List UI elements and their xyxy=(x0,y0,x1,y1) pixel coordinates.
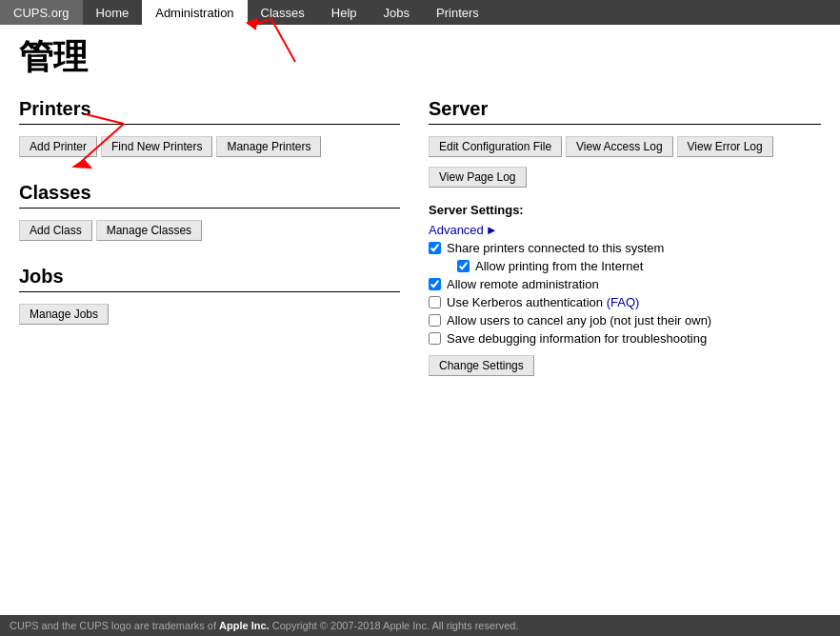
nav-item-printers[interactable]: Printers xyxy=(423,0,492,25)
nav-item-cups.org[interactable]: CUPS.org xyxy=(0,0,83,25)
setting-row: Allow printing from the Internet xyxy=(429,259,821,273)
setting-row: Allow remote administration xyxy=(429,277,821,291)
setting-row: Save debugging information for troublesh… xyxy=(429,331,821,346)
printers-buttons: Add PrinterFind New PrintersManage Print… xyxy=(19,136,400,163)
setting-label: Allow users to cancel any job (not just … xyxy=(447,313,711,328)
save-debug-info-checkbox[interactable] xyxy=(429,332,441,345)
jobs-buttons: Manage Jobs xyxy=(19,304,400,330)
view-access-log-button[interactable]: View Access Log xyxy=(566,136,673,157)
allow-printing-internet-checkbox[interactable] xyxy=(457,260,470,272)
setting-label: Allow printing from the Internet xyxy=(475,259,643,273)
allow-remote-admin-checkbox[interactable] xyxy=(429,278,441,290)
manage-classes-button[interactable]: Manage Classes xyxy=(96,220,202,241)
share-printers-checkbox[interactable] xyxy=(429,242,441,254)
page-title: 管理 xyxy=(0,25,840,90)
footer-copyright: Copyright © 2007-2018 Apple Inc. All rig… xyxy=(270,620,519,631)
classes-buttons: Add ClassManage Classes xyxy=(19,220,400,247)
advanced-link[interactable]: Advanced xyxy=(429,223,484,237)
advanced-triangle-icon: ► xyxy=(486,223,498,237)
change-settings-button[interactable]: Change Settings xyxy=(429,355,534,376)
settings-list: Share printers connected to this systemA… xyxy=(429,241,821,346)
add-class-button[interactable]: Add Class xyxy=(19,220,92,241)
setting-label: Save debugging information for troublesh… xyxy=(447,331,707,346)
footer-text: CUPS and the CUPS logo are trademarks of xyxy=(10,620,219,631)
server-settings-heading: Server Settings: xyxy=(429,203,821,217)
add-printer-button[interactable]: Add Printer xyxy=(19,136,97,157)
left-column: Printers Add PrinterFind New PrintersMan… xyxy=(19,90,419,382)
classes-heading: Classes xyxy=(19,182,400,209)
footer-brand: Apple Inc. xyxy=(219,620,270,631)
faq-link[interactable]: (FAQ) xyxy=(607,295,640,309)
setting-label: Use Kerberos authentication (FAQ) xyxy=(447,295,639,309)
edit-config-button[interactable]: Edit Configuration File xyxy=(429,136,562,157)
server-buttons: Edit Configuration FileView Access LogVi… xyxy=(429,136,821,193)
advanced-row: Advanced ► xyxy=(429,223,821,237)
nav-item-administration[interactable]: Administration xyxy=(142,0,247,25)
server-heading: Server xyxy=(429,98,821,125)
setting-row: Share printers connected to this system xyxy=(429,241,821,255)
view-error-log-button[interactable]: View Error Log xyxy=(677,136,773,157)
use-kerberos-checkbox[interactable] xyxy=(429,296,441,308)
setting-row: Allow users to cancel any job (not just … xyxy=(429,313,821,328)
right-column: Server Edit Configuration FileView Acces… xyxy=(419,90,821,382)
nav-item-help[interactable]: Help xyxy=(318,0,370,25)
setting-row: Use Kerberos authentication (FAQ) xyxy=(429,295,821,309)
manage-printers-button[interactable]: Manage Printers xyxy=(216,136,321,157)
jobs-heading: Jobs xyxy=(19,266,400,292)
printers-heading: Printers xyxy=(19,98,400,125)
setting-label: Allow remote administration xyxy=(447,277,599,291)
view-page-log-button[interactable]: View Page Log xyxy=(429,167,527,188)
nav-item-jobs[interactable]: Jobs xyxy=(370,0,423,25)
footer: CUPS and the CUPS logo are trademarks of… xyxy=(0,615,840,636)
navbar: CUPS.orgHomeAdministrationClassesHelpJob… xyxy=(0,0,840,25)
find-new-printers-button[interactable]: Find New Printers xyxy=(101,136,212,157)
allow-cancel-job-checkbox[interactable] xyxy=(429,314,441,327)
manage-jobs-button[interactable]: Manage Jobs xyxy=(19,304,109,325)
nav-item-home[interactable]: Home xyxy=(83,0,143,25)
nav-item-classes[interactable]: Classes xyxy=(248,0,318,25)
setting-label: Share printers connected to this system xyxy=(447,241,664,255)
